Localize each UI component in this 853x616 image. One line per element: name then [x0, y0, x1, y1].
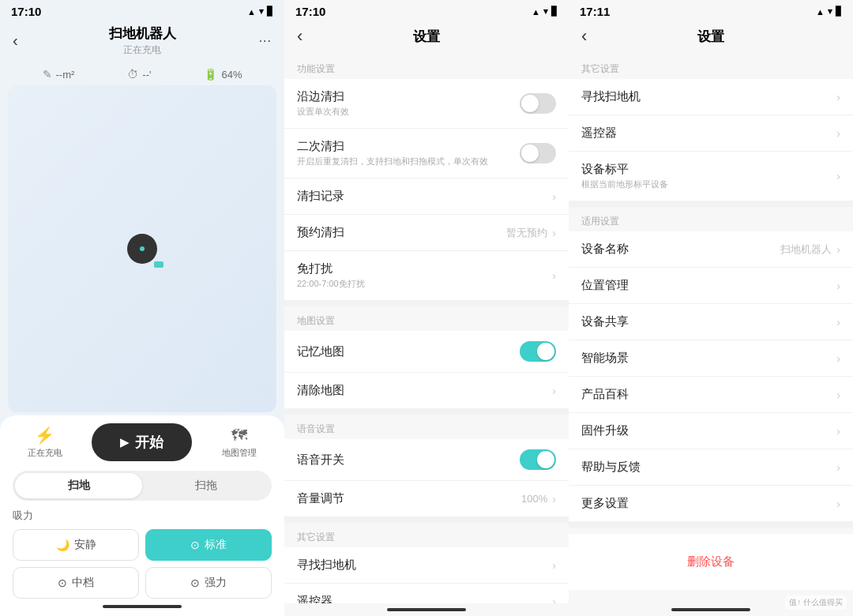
suction-medium[interactable]: ⊙ 中档: [13, 567, 139, 599]
setting-dnd[interactable]: 免打扰 22:00-7:00免打扰 ›: [284, 251, 569, 300]
voice-switch-toggle[interactable]: [520, 449, 556, 470]
setting-volume[interactable]: 音量调节 100% ›: [284, 481, 569, 516]
more-button[interactable]: ···: [250, 34, 272, 48]
section-label-voice: 语音设置: [284, 415, 569, 439]
back-button[interactable]: ‹: [13, 32, 35, 50]
tab-mop[interactable]: 扫拖: [142, 473, 269, 498]
chevron-remote: ›: [552, 595, 556, 604]
home-indicator-3: [671, 608, 750, 611]
separator-4: [569, 201, 853, 207]
volume-left: 音量调节: [297, 491, 521, 506]
separator-1: [284, 300, 569, 306]
double-clean-title: 二次清扫: [297, 139, 520, 154]
setting-voice-switch[interactable]: 语音开关: [284, 439, 569, 481]
setting-help[interactable]: 帮助与反馈 ›: [569, 449, 853, 486]
setting-schedule[interactable]: 预约清扫 暂无预约 ›: [284, 215, 569, 251]
setting-clear-map[interactable]: 清除地图 ›: [284, 373, 569, 408]
setting-double-clean[interactable]: 二次清扫 开启后重复清扫，支持扫地和扫拖模式，单次有效: [284, 129, 569, 178]
delete-device-button[interactable]: 删除设备: [581, 545, 840, 579]
setting-find-robot-3[interactable]: 寻找扫地机 ›: [569, 79, 853, 115]
stat-battery: 🔋 64%: [204, 68, 242, 81]
more-settings-left: 更多设置: [581, 496, 836, 511]
action-map[interactable]: 🗺 地图管理: [222, 426, 257, 459]
setting-wiki[interactable]: 产品百科 ›: [569, 377, 853, 413]
setting-edge-clean[interactable]: 沿边清扫 设置单次有效: [284, 79, 569, 129]
location-title: 位置管理: [581, 278, 836, 293]
memory-map-toggle[interactable]: [520, 341, 556, 362]
setting-clean-record[interactable]: 清扫记录 ›: [284, 178, 569, 215]
signal-icon: ▲: [247, 7, 256, 17]
status-icons-1: ▲ ▾ ▊: [247, 6, 273, 17]
chevron-share: ›: [836, 316, 840, 329]
setting-share[interactable]: 设备共享 ›: [569, 304, 853, 340]
setting-record-left: 清扫记录: [297, 189, 552, 204]
tab-sweep[interactable]: 扫地: [15, 473, 142, 498]
wifi-icon: ▾: [259, 6, 264, 17]
device-status: 正在充电: [35, 43, 250, 57]
setting-smart-scene[interactable]: 智能场景 ›: [569, 340, 853, 377]
location-left: 位置管理: [581, 278, 836, 293]
section-label-other-3: 其它设置: [569, 54, 853, 79]
setting-more[interactable]: 更多设置 ›: [569, 486, 853, 521]
area-icon: ✎: [43, 68, 52, 81]
mode-tabs: 扫地 扫拖: [13, 471, 272, 501]
settings-scroll-2[interactable]: 功能设置 沿边清扫 设置单次有效 二次清扫 开启后重复清扫，支持扫地和扫拖模式，…: [284, 54, 569, 603]
suction-strong[interactable]: ⊙ 强力: [145, 567, 272, 599]
smart-scene-title: 智能场景: [581, 351, 836, 366]
start-button[interactable]: ▶ 开始: [92, 423, 192, 461]
settings-back-3[interactable]: ‹: [581, 26, 587, 47]
device-name-left: 设备名称: [581, 242, 780, 257]
chevron-location: ›: [836, 280, 840, 292]
status-time-2: 17:10: [295, 5, 325, 18]
settings-scroll-3[interactable]: 其它设置 寻找扫地机 › 遥控器 › 设备标平 根据当前地形标平设备 ›: [569, 54, 853, 603]
chevron-clear-map: ›: [552, 385, 556, 397]
charging-label: 正在充电: [28, 447, 62, 459]
robot-body: [127, 234, 157, 264]
setting-location[interactable]: 位置管理 ›: [569, 268, 853, 304]
device-name-title: 设备名称: [581, 242, 780, 257]
edge-clean-toggle[interactable]: [520, 93, 556, 114]
chevron-smart-scene: ›: [836, 352, 840, 365]
chevron-schedule: ›: [552, 227, 556, 239]
chevron-wiki: ›: [836, 389, 840, 401]
suction-label: 吸力: [13, 509, 272, 523]
device-name: 扫地机器人: [35, 24, 250, 43]
wiki-left: 产品百科: [581, 387, 836, 402]
signal-icon-2: ▲: [532, 7, 540, 17]
dnd-title: 免打扰: [297, 261, 552, 276]
status-bar-1: 17:10 ▲ ▾ ▊: [0, 0, 284, 21]
home-indicator: [103, 605, 182, 608]
chevron-volume: ›: [552, 493, 556, 505]
double-clean-toggle[interactable]: [520, 143, 556, 163]
panel-device: 17:10 ▲ ▾ ▊ ‹ 扫地机器人 正在充电 ··· ✎ --m² ⏱ --…: [0, 0, 284, 616]
action-row: ⚡ 正在充电 ▶ 开始 🗺 地图管理: [13, 423, 272, 461]
section-label-other: 其它设置: [284, 523, 569, 547]
chevron-dnd: ›: [552, 269, 556, 282]
strong-icon: ⊙: [190, 577, 200, 589]
remote-title: 遥控器: [297, 594, 552, 603]
settings-group-voice: 语音开关 音量调节 100% ›: [284, 439, 569, 516]
setting-calibrate-3[interactable]: 设备标平 根据当前地形标平设备 ›: [569, 152, 853, 201]
separator-5: [569, 521, 853, 528]
setting-remote-3[interactable]: 遥控器 ›: [569, 115, 853, 152]
suction-standard[interactable]: ⊙ 标准: [145, 529, 272, 561]
smart-scene-left: 智能场景: [581, 351, 836, 366]
find-robot-title: 寻找扫地机: [297, 558, 552, 573]
clean-record-title: 清扫记录: [297, 189, 552, 204]
settings-back-2[interactable]: ‹: [297, 26, 302, 47]
chevron-record: ›: [552, 190, 556, 203]
setting-schedule-left: 预约清扫: [297, 225, 506, 240]
status-time-1: 17:10: [11, 5, 41, 18]
setting-firmware[interactable]: 固件升级 ›: [569, 413, 853, 449]
setting-memory-map[interactable]: 记忆地图: [284, 331, 569, 373]
setting-find-robot[interactable]: 寻找扫地机 ›: [284, 547, 569, 584]
find-robot-title-3: 寻找扫地机: [581, 89, 836, 104]
quiet-label: 安静: [74, 538, 96, 552]
device-name-value: 扫地机器人: [780, 242, 832, 257]
section-label-general: 适用设置: [569, 207, 853, 231]
suction-quiet[interactable]: 🌙 安静: [13, 529, 139, 561]
find-robot-left-3: 寻找扫地机: [581, 89, 836, 104]
standard-label: 标准: [205, 538, 227, 552]
setting-remote[interactable]: 遥控器 ›: [284, 584, 569, 603]
setting-device-name[interactable]: 设备名称 扫地机器人 ›: [569, 231, 853, 268]
